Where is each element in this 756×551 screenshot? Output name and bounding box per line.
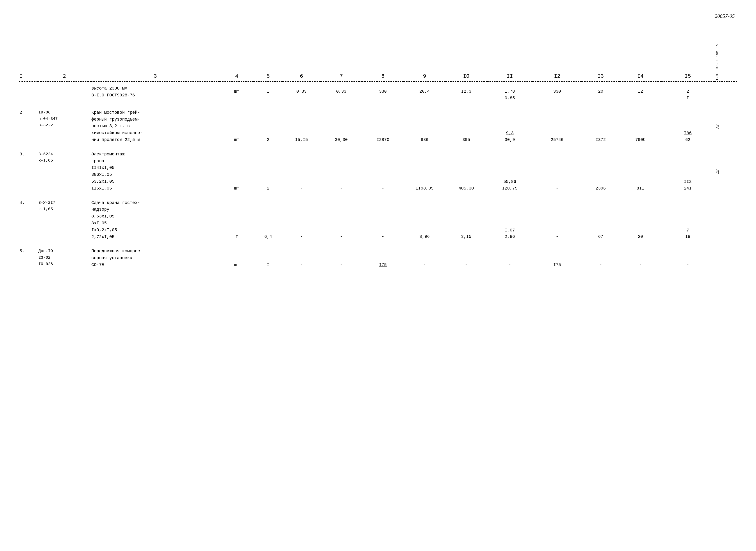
- row5-num: 5.: [19, 247, 38, 269]
- row2-num: 2: [19, 108, 38, 144]
- row2-c10: 395: [446, 108, 487, 144]
- row5-side: [714, 247, 737, 269]
- row5-c8: I75: [362, 247, 404, 269]
- row4-unit: т: [220, 198, 254, 241]
- row2-c9: 686: [404, 108, 446, 144]
- row1-c13: 20: [582, 81, 620, 103]
- row1-c12: 330: [532, 81, 582, 103]
- col-header-1: I: [19, 43, 38, 81]
- row4-c10: 3,I5: [446, 198, 487, 241]
- row5-c14: -: [620, 247, 662, 269]
- row1-c10: I2,3: [446, 81, 487, 103]
- row4-c12: -: [532, 198, 582, 241]
- row1-c5: I: [254, 81, 282, 103]
- row1-desc: высота 2380 ммВ-I.0 ГОСТ9028-76: [91, 81, 220, 103]
- row5-desc: Передвижная компрес- сорная установка СО…: [91, 247, 220, 269]
- row1-side: [714, 81, 737, 103]
- row3-c11: 55,86I20,75: [487, 150, 533, 193]
- table-row: 3. 3-5224к-I,05 Электромонтаж крана II4I…: [19, 150, 737, 193]
- row4-c7: -: [320, 198, 362, 241]
- table-row: 5. Доп.IO23-02IO-028 Передвижная компрес…: [19, 247, 737, 269]
- row3-unit: шт: [220, 150, 254, 193]
- row3-c8: -: [362, 150, 404, 193]
- row3-side: Д7: [714, 150, 737, 193]
- row4-code: 3-У-2I7к-I,05: [38, 198, 91, 241]
- col-header-5: 5: [254, 43, 282, 81]
- row2-c14: 790б: [620, 108, 662, 144]
- col-header-4: 4: [220, 43, 254, 81]
- table-row: 4. 3-У-2I7к-I,05 Сдача крана гостех- над…: [19, 198, 737, 241]
- col-header-14: I4: [620, 43, 662, 81]
- row1-c7: 0,33: [320, 81, 362, 103]
- spacer-row-1: [19, 103, 737, 108]
- row4-num: 4.: [19, 198, 38, 241]
- row5-c9: -: [404, 247, 446, 269]
- row2-c6: I5,I5: [283, 108, 320, 144]
- col-header-8: 8: [362, 43, 404, 81]
- row5-c6: -: [283, 247, 320, 269]
- row1-c8: 330: [362, 81, 404, 103]
- page: 20857-05: [0, 0, 756, 551]
- row4-side: [714, 198, 737, 241]
- row2-c7: 30,30: [320, 108, 362, 144]
- header-row: I 2 3 4 5 6 7 8 9 IO II I2 I3 I4 I5 т.п.…: [19, 43, 737, 81]
- row1-c14: I2: [620, 81, 662, 103]
- row2-c5: 2: [254, 108, 282, 144]
- row2-c13: I372: [582, 108, 620, 144]
- col-header-11: II: [487, 43, 533, 81]
- row3-c7: -: [320, 150, 362, 193]
- col-header-13: I3: [582, 43, 620, 81]
- col-header-7: 7: [320, 43, 362, 81]
- row5-code: Доп.IO23-02IO-028: [38, 247, 91, 269]
- row2-c11: 9,330,9: [487, 108, 533, 144]
- row5-c11: -: [487, 247, 533, 269]
- doc-number: 20857-05: [715, 13, 735, 19]
- row2-desc: Кран мостовой грей- ферный грузоподъем- …: [91, 108, 220, 144]
- row4-c8: -: [362, 198, 404, 241]
- spacer-row-4: [19, 241, 737, 247]
- row3-c9: II98,05: [404, 150, 446, 193]
- row3-c5: 2: [254, 150, 282, 193]
- row2-side: А7: [714, 108, 737, 144]
- row3-c15: II224I: [661, 150, 714, 193]
- row1-code: [38, 81, 91, 103]
- row1-c9: 20,4: [404, 81, 446, 103]
- row3-code: 3-5224к-I,05: [38, 150, 91, 193]
- row2-unit: шт: [220, 108, 254, 144]
- row1-c15: 2I: [661, 81, 714, 103]
- col-header-15: I5: [661, 43, 714, 81]
- row4-c9: 8,96: [404, 198, 446, 241]
- row2-c8: I2870: [362, 108, 404, 144]
- row4-c5: 6,4: [254, 198, 282, 241]
- row5-c7: -: [320, 247, 362, 269]
- row5-c5: I: [254, 247, 282, 269]
- row4-c11: I,072,86: [487, 198, 533, 241]
- spacer-row-3: [19, 193, 737, 198]
- row3-desc: Электромонтаж крана II4IхI,05 386хI,05 5…: [91, 150, 220, 193]
- row4-c14: 20: [620, 198, 662, 241]
- col-header-9: 9: [404, 43, 446, 81]
- row5-c13: -: [582, 247, 620, 269]
- row1-c6: 0,33: [283, 81, 320, 103]
- row1-c11: I,78 0,85: [487, 81, 533, 103]
- row3-num: 3.: [19, 150, 38, 193]
- table-row: высота 2380 ммВ-I.0 ГОСТ9028-76 шт I 0,3…: [19, 81, 737, 103]
- row3-c13: 2396: [582, 150, 620, 193]
- row2-c15: I8662: [661, 108, 714, 144]
- row5-unit: шт: [220, 247, 254, 269]
- row2-c12: 25740: [532, 108, 582, 144]
- row4-c15: 7I8: [661, 198, 714, 241]
- row3-c12: -: [532, 150, 582, 193]
- row4-c6: -: [283, 198, 320, 241]
- spacer-row-2: [19, 144, 737, 150]
- row4-c13: 67: [582, 198, 620, 241]
- row5-c12: I75: [532, 247, 582, 269]
- row3-c6: -: [283, 150, 320, 193]
- row2-code: I9-06п.04-3473-32-2: [38, 108, 91, 144]
- table-row: 2 I9-06п.04-3473-32-2 Кран мостовой грей…: [19, 108, 737, 144]
- main-table: I 2 3 4 5 6 7 8 9 IO II I2 I3 I4 I5 т.п.…: [19, 43, 737, 269]
- row5-c15: -: [661, 247, 714, 269]
- col-header-12: I2: [532, 43, 582, 81]
- row1-num: [19, 81, 38, 103]
- row1-unit: шт: [220, 81, 254, 103]
